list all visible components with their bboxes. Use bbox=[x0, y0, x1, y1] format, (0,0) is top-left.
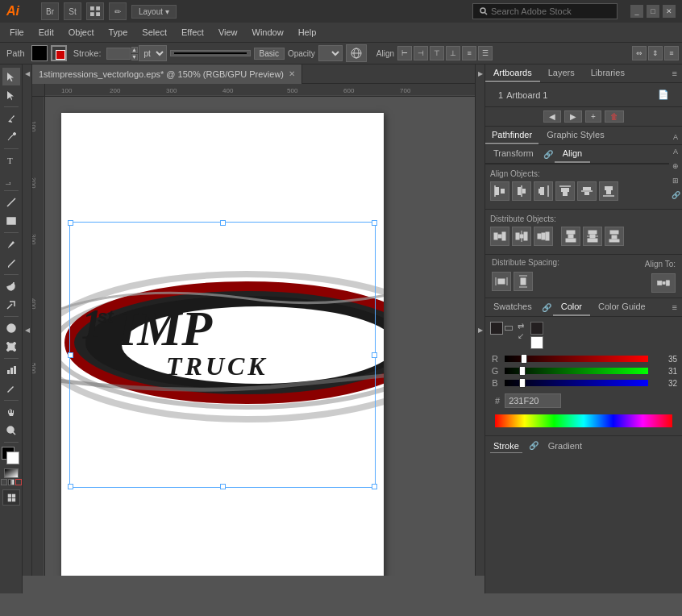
artboard-del-btn[interactable]: 🗑 bbox=[605, 110, 624, 123]
rect-tool[interactable] bbox=[2, 212, 20, 230]
align-bottom-icon[interactable]: ☰ bbox=[478, 46, 493, 60]
align-bottom-btn[interactable] bbox=[599, 181, 618, 201]
artboard-float-icon-2[interactable]: A bbox=[669, 145, 682, 158]
fill-color-box[interactable] bbox=[490, 322, 503, 335]
selection-tool[interactable] bbox=[2, 68, 20, 85]
artboard-page-icon[interactable]: 📄 bbox=[658, 89, 669, 100]
tab-pathfinder[interactable]: Pathfinder bbox=[485, 127, 539, 144]
dist-bottom-btn[interactable] bbox=[605, 227, 624, 246]
artboard-float-icon-4[interactable]: ⊞ bbox=[669, 174, 682, 187]
none-fill-icon[interactable] bbox=[15, 479, 22, 485]
tab-close-btn[interactable]: ✕ bbox=[289, 69, 295, 78]
direct-selection-tool[interactable] bbox=[2, 86, 20, 104]
stock-icon[interactable]: St bbox=[64, 2, 81, 20]
artboard-float-icon-3[interactable]: ⊕ bbox=[669, 160, 682, 173]
tab-graphic-styles[interactable]: Graphic Styles bbox=[539, 127, 613, 144]
menu-object[interactable]: Object bbox=[62, 26, 101, 39]
distribute-horiz-icon[interactable]: ⇔ bbox=[632, 46, 647, 60]
paintbrush-tool[interactable] bbox=[2, 235, 20, 253]
stroke-indicator[interactable] bbox=[56, 50, 65, 60]
tab-stroke[interactable]: Stroke bbox=[490, 439, 522, 453]
fg-bg-color[interactable] bbox=[2, 447, 21, 466]
right-collapse-bar[interactable]: ▶ bbox=[475, 84, 484, 576]
panel-menu-btn[interactable]: ≡ bbox=[667, 69, 682, 78]
tab-libraries[interactable]: Libraries bbox=[583, 65, 633, 82]
tab-artboards[interactable]: Artboards bbox=[485, 65, 540, 82]
brush-icon[interactable]: ✏ bbox=[109, 2, 127, 20]
type-tool[interactable]: T bbox=[2, 152, 20, 169]
align-left-icon[interactable]: ⊢ bbox=[397, 46, 412, 60]
dist-right-btn[interactable] bbox=[534, 227, 553, 246]
hex-input[interactable] bbox=[505, 393, 561, 408]
tab-layers[interactable]: Layers bbox=[540, 65, 583, 82]
align-center-h-btn[interactable] bbox=[512, 181, 531, 201]
tab-collapse-btn[interactable]: ◀ bbox=[23, 65, 32, 84]
tab-swatches[interactable]: Swatches bbox=[485, 298, 540, 316]
fill-swatch[interactable] bbox=[31, 45, 48, 61]
document-tab[interactable]: 1stimpressions_vectorlogo.eps* @ 150% (R… bbox=[32, 65, 302, 84]
color-spectrum[interactable] bbox=[495, 414, 672, 427]
maximize-button[interactable]: □ bbox=[647, 5, 659, 18]
stroke-unit-select[interactable]: pt bbox=[139, 45, 167, 61]
align-right-btn[interactable] bbox=[534, 181, 553, 201]
align-left-btn[interactable] bbox=[490, 181, 509, 201]
align-top-btn[interactable] bbox=[555, 181, 575, 201]
r-thumb[interactable] bbox=[521, 354, 527, 364]
stroke-color-box[interactable] bbox=[505, 326, 513, 331]
menu-effect[interactable]: Effect bbox=[175, 26, 210, 39]
artboard-switcher[interactable] bbox=[2, 489, 20, 506]
color-reset-btn[interactable]: ↙ bbox=[518, 331, 524, 340]
stroke-weight-input[interactable] bbox=[106, 48, 131, 60]
align-center-v-btn[interactable] bbox=[577, 181, 597, 201]
search-input[interactable] bbox=[491, 6, 604, 16]
canvas-scroll-area[interactable]: 100 200 300 400 500 600 700 100 200 300 … bbox=[32, 84, 475, 576]
g-slider[interactable] bbox=[505, 368, 648, 374]
globe-icon[interactable] bbox=[346, 44, 367, 62]
add-anchor-tool[interactable] bbox=[2, 128, 20, 146]
tab-right-btn[interactable]: ▶ bbox=[475, 65, 484, 84]
tab-color-guide[interactable]: Color Guide bbox=[590, 298, 654, 316]
tab-align[interactable]: Align bbox=[555, 145, 590, 163]
bridge-icon[interactable]: Br bbox=[41, 2, 59, 20]
artboard-next-btn[interactable]: ▶ bbox=[564, 110, 582, 123]
dist-spacing-h-btn[interactable] bbox=[492, 272, 511, 291]
align-to-btn[interactable] bbox=[651, 273, 676, 293]
solid-fill-icon[interactable] bbox=[1, 479, 7, 485]
grid-icon[interactable] bbox=[86, 2, 104, 20]
dist-left-btn[interactable] bbox=[490, 227, 509, 246]
align-middle-icon[interactable]: ≡ bbox=[462, 46, 476, 60]
color-white-icon[interactable] bbox=[530, 336, 543, 349]
b-slider[interactable] bbox=[505, 380, 648, 386]
zoom-tool[interactable] bbox=[2, 422, 20, 439]
artboard-item[interactable]: 1 Artboard 1 📄 bbox=[492, 86, 676, 103]
background-swatch[interactable] bbox=[6, 452, 19, 464]
stroke-up-button[interactable]: ▲ bbox=[131, 47, 138, 53]
menu-select[interactable]: Select bbox=[135, 26, 173, 39]
artboard-add-btn[interactable]: + bbox=[585, 110, 601, 123]
chart-tool[interactable] bbox=[2, 361, 20, 379]
menu-window[interactable]: Window bbox=[246, 26, 290, 39]
color-swap-btn[interactable]: ⇄ bbox=[518, 322, 524, 331]
menu-edit[interactable]: Edit bbox=[32, 26, 60, 39]
color-menu-btn[interactable]: ≡ bbox=[667, 302, 682, 312]
menu-view[interactable]: View bbox=[212, 26, 244, 39]
rotate-tool[interactable] bbox=[2, 277, 20, 295]
eyedropper-tool[interactable] bbox=[2, 380, 20, 397]
warp-tool[interactable] bbox=[2, 319, 20, 337]
free-transform-tool[interactable] bbox=[2, 338, 20, 356]
scale-tool[interactable] bbox=[2, 296, 20, 314]
pen-tool[interactable] bbox=[2, 110, 20, 127]
b-thumb[interactable] bbox=[519, 378, 526, 388]
tab-color[interactable]: Color bbox=[553, 298, 590, 316]
tab-transform[interactable]: Transform bbox=[485, 145, 542, 163]
distribute-vert-icon[interactable]: ⇕ bbox=[648, 46, 663, 60]
align-right-icon[interactable]: ⊤ bbox=[430, 46, 444, 60]
g-thumb[interactable] bbox=[519, 366, 526, 376]
hand-tool[interactable] bbox=[2, 403, 20, 421]
align-center-icon[interactable]: ⊣ bbox=[414, 46, 428, 60]
menu-type[interactable]: Type bbox=[102, 26, 135, 39]
menu-help[interactable]: Help bbox=[292, 26, 323, 39]
align-top-icon[interactable]: ⊥ bbox=[446, 46, 460, 60]
line-tool[interactable] bbox=[2, 194, 20, 211]
left-collapse-bar[interactable]: ◀ bbox=[23, 84, 32, 576]
